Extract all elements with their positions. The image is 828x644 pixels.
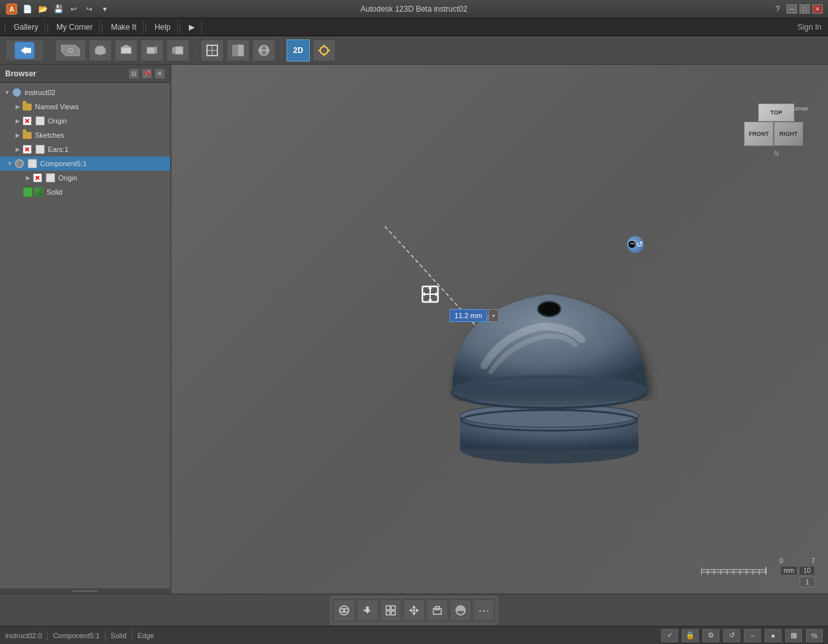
- tree-arrow-component51: ▼: [5, 159, 14, 168]
- open-icon[interactable]: 📂: [36, 3, 49, 16]
- orbit-bubble-icon[interactable]: [627, 236, 644, 253]
- tree-item-ears1[interactable]: ▶ Ears:1: [0, 142, 170, 156]
- browser-close-btn[interactable]: ✕: [155, 69, 165, 79]
- close-btn[interactable]: ✕: [812, 5, 823, 14]
- tree-item-instruct02[interactable]: ▼ instruct02: [0, 85, 170, 100]
- svg-rect-62: [386, 606, 390, 610]
- compass-n: N: [774, 150, 778, 157]
- tree-icon-component51-comp: [27, 158, 38, 169]
- toolbar-snap-btn[interactable]: [312, 39, 336, 61]
- new-icon[interactable]: 📄: [21, 3, 34, 16]
- status-lock-btn[interactable]: 🔒: [682, 629, 699, 642]
- scale-area: 0 7 mm 10: [701, 557, 815, 587]
- browser-title: Browser: [5, 69, 36, 78]
- browser-pin-btn[interactable]: 📌: [142, 69, 152, 79]
- svg-text:A: A: [9, 6, 14, 13]
- undo-icon[interactable]: ↩: [67, 3, 80, 16]
- status-refresh-btn[interactable]: ↺: [723, 629, 740, 642]
- redo-icon[interactable]: ↪: [83, 3, 96, 16]
- status-item-4: Edge: [138, 632, 155, 639]
- tree-item-origin-2[interactable]: ▶ Origin: [0, 171, 170, 185]
- 3d-model-container[interactable]: [426, 242, 672, 490]
- svg-point-70: [413, 609, 415, 612]
- tree-icon-solid-green: [23, 188, 32, 197]
- toolbar-wireframe-btn[interactable]: [201, 39, 224, 61]
- maximize-btn[interactable]: □: [800, 5, 810, 14]
- bottom-display-btn[interactable]: [450, 599, 472, 621]
- menu-more[interactable]: ▶: [182, 20, 202, 34]
- status-right: ✓ 🔒 ⚙ ↺ → ● ▦ %: [661, 629, 823, 642]
- tree-arrow-ears1: ▶: [13, 145, 22, 154]
- menu-gallery[interactable]: Gallery: [7, 20, 45, 34]
- tree-item-component51[interactable]: ▼ Component5:1: [0, 156, 170, 171]
- scale-num-0: 0: [779, 557, 783, 564]
- menu-sep-3: |: [144, 20, 148, 34]
- browser-collapse-btn[interactable]: ⊟: [129, 69, 139, 79]
- status-grid-btn[interactable]: ▦: [785, 629, 802, 642]
- tree-arrow-named-views: ▶: [13, 102, 22, 111]
- svg-point-37: [540, 303, 558, 315]
- toolbar-right-btn[interactable]: [166, 39, 190, 61]
- browser-header: Browser ⊟ 📌 ✕: [0, 65, 170, 83]
- view-cube[interactable]: TOP FRONT RIGHT Corner N: [744, 103, 809, 168]
- toolbar-viewcube-btn[interactable]: ⬡: [55, 39, 86, 61]
- toolbar-perspective-btn[interactable]: [252, 39, 276, 61]
- save-icon[interactable]: 💾: [52, 3, 65, 16]
- main-layout: Browser ⊟ 📌 ✕ ▼ instruct02 ▶: [0, 65, 828, 594]
- dimension-dropdown[interactable]: ▾: [488, 309, 499, 322]
- status-record-btn[interactable]: ●: [765, 629, 781, 642]
- dimension-input[interactable]: 11.2 mm: [450, 309, 487, 322]
- bottom-orbit-btn[interactable]: [333, 599, 355, 621]
- bottom-frame-btn[interactable]: [426, 599, 448, 621]
- bottom-fit-btn[interactable]: [380, 599, 402, 621]
- menu-make-it[interactable]: Make It: [104, 20, 143, 34]
- svg-rect-12: [175, 47, 183, 54]
- svg-point-61: [343, 609, 345, 612]
- status-gear-btn[interactable]: ⚙: [703, 629, 719, 642]
- status-arrow-btn[interactable]: →: [744, 629, 761, 642]
- toolbar-back-btn[interactable]: [5, 39, 44, 61]
- toolbar-front-btn[interactable]: [140, 39, 164, 61]
- tree-label-sketches: Sketches: [35, 131, 64, 139]
- browser-tree: ▼ instruct02 ▶ Named Views ▶: [0, 83, 170, 594]
- tree-item-sketches[interactable]: ▶ Sketches: [0, 128, 170, 142]
- status-pct-btn[interactable]: %: [806, 629, 823, 642]
- 3d-viewport[interactable]: 11.2 mm ▾ TOP FRONT RIGHT Corner N 0: [171, 65, 828, 594]
- toolbar-box-btn[interactable]: [89, 39, 112, 61]
- bottom-pan-btn[interactable]: [356, 599, 378, 621]
- bottom-more-btn[interactable]: ⋯: [473, 599, 495, 621]
- toolbar-top-btn[interactable]: [114, 39, 138, 61]
- browser-resize-handle[interactable]: [0, 588, 170, 594]
- svg-rect-63: [391, 606, 395, 610]
- svg-rect-4: [26, 48, 31, 53]
- main-toolbar: ⬡: [0, 36, 828, 65]
- scale-unit: mm: [780, 566, 798, 575]
- toolbar-shaded-btn[interactable]: [226, 39, 250, 61]
- tree-icon-named-views: [22, 102, 32, 112]
- viewcube-corner[interactable]: Corner: [790, 105, 809, 112]
- viewcube-top[interactable]: TOP: [758, 103, 794, 122]
- viewcube-right[interactable]: RIGHT: [774, 122, 803, 146]
- svg-marker-13: [172, 47, 175, 54]
- tree-item-solid[interactable]: Solid: [0, 185, 170, 199]
- dimension-input-container[interactable]: 11.2 mm ▾: [450, 309, 499, 322]
- help-icon[interactable]: ?: [771, 3, 784, 16]
- toolbar-2d-btn[interactable]: 2D: [287, 39, 310, 61]
- viewcube-front[interactable]: FRONT: [744, 122, 774, 146]
- more-icon[interactable]: ▾: [98, 3, 111, 16]
- status-check-btn[interactable]: ✓: [661, 629, 678, 642]
- status-div-1: [47, 630, 48, 641]
- tree-item-named-views[interactable]: ▶ Named Views: [0, 100, 170, 114]
- svg-rect-8: [121, 47, 131, 54]
- sign-in-button[interactable]: Sign In: [798, 23, 822, 32]
- menu-my-corner[interactable]: My Corner: [50, 20, 100, 34]
- tree-icon-component51-gear: [14, 158, 25, 169]
- minimize-btn[interactable]: ─: [787, 5, 797, 14]
- bottom-move-btn[interactable]: [403, 599, 425, 621]
- tree-item-origin-1[interactable]: ▶ Origin: [0, 114, 170, 128]
- svg-rect-10: [147, 47, 155, 54]
- app-logo: A: [5, 3, 18, 16]
- tree-arrow-origin-1: ▶: [13, 116, 22, 125]
- menu-help[interactable]: Help: [148, 20, 178, 34]
- move-handle[interactable]: [420, 284, 440, 304]
